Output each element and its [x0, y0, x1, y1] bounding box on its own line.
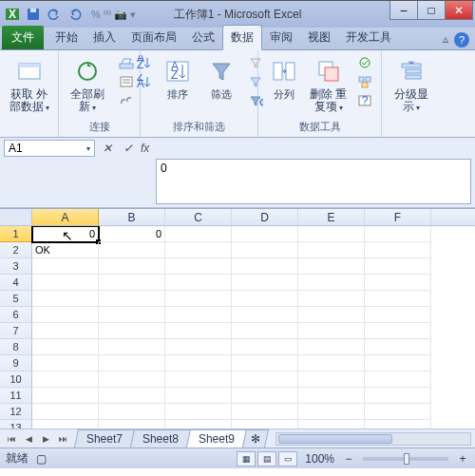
row-header[interactable]: 5: [0, 291, 32, 307]
row-header[interactable]: 12: [0, 404, 32, 420]
sheet-nav-prev[interactable]: ◀: [21, 431, 36, 447]
view-pagebreak-button[interactable]: ▭: [278, 451, 297, 466]
cell[interactable]: [298, 275, 365, 291]
cell[interactable]: [165, 258, 232, 275]
sheet-nav-first[interactable]: ⏮: [4, 431, 19, 447]
cell[interactable]: [165, 355, 232, 371]
excel-icon[interactable]: X: [4, 6, 21, 23]
col-header-C[interactable]: C: [165, 209, 232, 225]
outline-button[interactable]: 分级显示▾: [388, 54, 435, 116]
cell[interactable]: [165, 291, 232, 307]
maximize-button[interactable]: □: [417, 1, 446, 20]
cell[interactable]: [232, 404, 298, 420]
cell[interactable]: [365, 323, 431, 339]
cell[interactable]: [32, 404, 99, 420]
col-header-B[interactable]: B: [99, 209, 165, 225]
sheet-tab[interactable]: Sheet9: [186, 429, 247, 447]
cell[interactable]: [99, 291, 165, 307]
ribbon-minimize-icon[interactable]: ▵: [443, 32, 448, 48]
sheet-tab[interactable]: Sheet8: [130, 429, 191, 447]
cell[interactable]: [99, 307, 165, 323]
row-header[interactable]: 11: [0, 388, 32, 404]
sort-az-button[interactable]: AZ: [134, 54, 153, 71]
horizontal-scrollbar[interactable]: [276, 432, 471, 446]
save-icon[interactable]: [25, 6, 42, 23]
cell[interactable]: [165, 226, 232, 242]
text-to-columns-button[interactable]: 分列: [266, 54, 302, 103]
tab-data[interactable]: 数据: [222, 25, 262, 50]
consolidate-icon[interactable]: [355, 73, 374, 90]
cell[interactable]: [365, 242, 431, 258]
cell[interactable]: [365, 291, 431, 307]
cell[interactable]: [298, 242, 365, 258]
cell[interactable]: [298, 307, 365, 323]
cell[interactable]: [232, 258, 298, 275]
cell[interactable]: [232, 291, 298, 307]
zoom-slider[interactable]: [363, 457, 448, 461]
row-header[interactable]: 4: [0, 275, 32, 291]
cell[interactable]: [99, 371, 165, 388]
cell[interactable]: [99, 404, 165, 420]
cell[interactable]: [365, 226, 431, 242]
cell[interactable]: [99, 339, 165, 355]
cell[interactable]: [32, 355, 99, 371]
cell[interactable]: [365, 307, 431, 323]
cell[interactable]: [165, 420, 232, 428]
cell[interactable]: [99, 242, 165, 258]
cell[interactable]: [99, 275, 165, 291]
close-button[interactable]: ✕: [445, 1, 473, 20]
cell[interactable]: [365, 420, 431, 428]
cell[interactable]: [165, 242, 232, 258]
refresh-all-button[interactable]: 全部刷新▾: [64, 54, 111, 116]
tab-review[interactable]: 审阅: [262, 26, 300, 49]
minimize-button[interactable]: –: [390, 1, 418, 20]
cell[interactable]: [365, 404, 431, 420]
cell[interactable]: [298, 258, 365, 275]
cell[interactable]: [365, 339, 431, 355]
cell[interactable]: [99, 355, 165, 371]
cell[interactable]: [99, 258, 165, 275]
row-header[interactable]: 7: [0, 323, 32, 339]
redo-icon[interactable]: [66, 6, 84, 23]
undo-icon[interactable]: [46, 6, 63, 23]
cell[interactable]: [365, 355, 431, 371]
cell[interactable]: [232, 323, 298, 339]
sheet-nav-next[interactable]: ▶: [38, 431, 53, 447]
cell[interactable]: [298, 355, 365, 371]
row-header[interactable]: 3: [0, 258, 32, 275]
cell[interactable]: [165, 275, 232, 291]
tab-file[interactable]: 文件: [2, 26, 44, 49]
cell[interactable]: [298, 226, 365, 242]
cell[interactable]: 0: [99, 226, 165, 242]
view-pagelayout-button[interactable]: ▤: [257, 451, 276, 466]
tab-pagelayout[interactable]: 页面布局: [124, 26, 184, 49]
remove-duplicates-button[interactable]: 删除 重复项▾: [308, 54, 350, 116]
cell[interactable]: [165, 371, 232, 388]
tab-view[interactable]: 视图: [300, 26, 338, 49]
tab-formulas[interactable]: 公式: [184, 26, 222, 49]
cell[interactable]: [32, 307, 99, 323]
select-all-corner[interactable]: [0, 209, 32, 225]
cell[interactable]: [365, 275, 431, 291]
cell[interactable]: [232, 371, 298, 388]
view-normal-button[interactable]: ▦: [237, 451, 256, 466]
cell[interactable]: [298, 339, 365, 355]
whatif-icon[interactable]: ?: [355, 92, 374, 109]
cell[interactable]: OK: [32, 242, 99, 258]
sheet-nav-last[interactable]: ⏭: [55, 431, 70, 447]
cell[interactable]: [99, 388, 165, 404]
row-header[interactable]: 2: [0, 242, 32, 258]
edit-links-icon[interactable]: [117, 92, 136, 109]
cell[interactable]: [298, 404, 365, 420]
cell[interactable]: [32, 291, 99, 307]
col-header-A[interactable]: A: [32, 209, 99, 225]
row-header[interactable]: 9: [0, 355, 32, 371]
cell[interactable]: [99, 323, 165, 339]
sort-button[interactable]: AZ 排序: [159, 54, 197, 103]
zoom-in-button[interactable]: +: [456, 452, 469, 466]
cell[interactable]: [232, 339, 298, 355]
fx-icon[interactable]: fx: [141, 142, 149, 155]
col-header-E[interactable]: E: [298, 209, 365, 225]
data-validation-icon[interactable]: [355, 54, 374, 71]
formula-input[interactable]: 0: [156, 159, 471, 204]
